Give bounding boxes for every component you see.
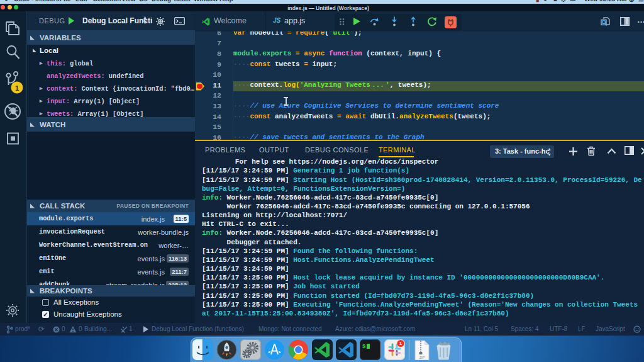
svg-text:$: $	[362, 344, 366, 350]
svg-text:1: 1	[15, 84, 19, 92]
svg-text:ZIP: ZIP	[419, 356, 425, 359]
svg-text:1: 1	[399, 341, 402, 346]
